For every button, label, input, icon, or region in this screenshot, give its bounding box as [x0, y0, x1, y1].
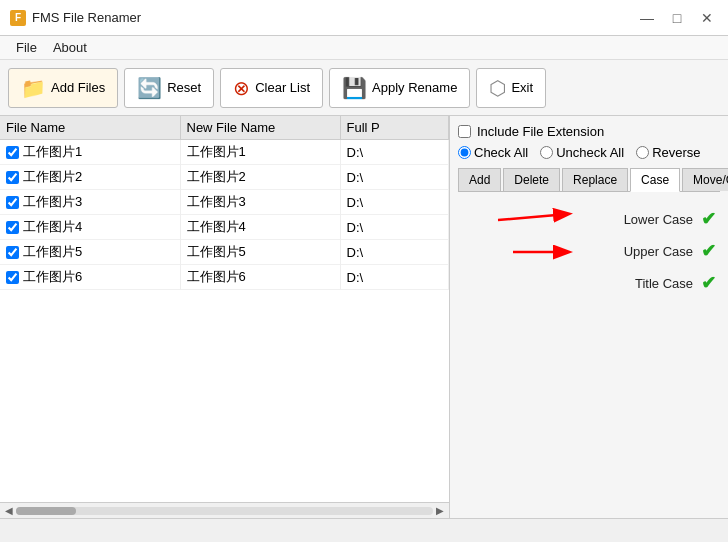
row-checkbox-1[interactable]	[6, 171, 19, 184]
scroll-right-arrow[interactable]: ▶	[433, 505, 447, 516]
maximize-button[interactable]: □	[666, 7, 688, 29]
status-bar	[0, 518, 728, 542]
cell-file-name-5: 工作图片6	[0, 265, 180, 290]
case-row-lower: Lower Case ✔	[462, 208, 716, 230]
tab-add[interactable]: Add	[458, 168, 501, 191]
upper-case-label: Upper Case	[613, 244, 693, 259]
lower-case-check-icon: ✔	[701, 208, 716, 230]
file-table: File Name New File Name Full P 工作图片1 工作图…	[0, 116, 449, 290]
scroll-left-arrow[interactable]: ◀	[2, 505, 16, 516]
add-files-label: Add Files	[51, 80, 105, 95]
menu-bar: File About	[0, 36, 728, 60]
tabs-bar: Add Delete Replace Case Move/Copy	[458, 168, 720, 192]
exit-button[interactable]: ⬡ Exit	[476, 68, 546, 108]
file-table-wrapper: File Name New File Name Full P 工作图片1 工作图…	[0, 116, 449, 502]
include-extension-label: Include File Extension	[477, 124, 604, 139]
cell-new-name-5: 工作图片6	[180, 265, 340, 290]
cell-file-name-0: 工作图片1	[0, 140, 180, 165]
scrollbar-track	[16, 507, 433, 515]
clear-list-label: Clear List	[255, 80, 310, 95]
main-area: File Name New File Name Full P 工作图片1 工作图…	[0, 116, 728, 518]
upper-case-check-icon: ✔	[701, 240, 716, 262]
file-name-text-4: 工作图片5	[23, 243, 82, 261]
col-new-file-name: New File Name	[180, 116, 340, 140]
window-controls: — □ ✕	[636, 7, 718, 29]
cell-file-name-2: 工作图片3	[0, 190, 180, 215]
minimize-button[interactable]: —	[636, 7, 658, 29]
reset-icon: 🔄	[137, 78, 162, 98]
reset-label: Reset	[167, 80, 201, 95]
table-row: 工作图片2 工作图片2 D:\	[0, 165, 449, 190]
row-checkbox-3[interactable]	[6, 221, 19, 234]
folder-icon: 📁	[21, 78, 46, 98]
reverse-radio[interactable]	[636, 146, 649, 159]
row-checkbox-4[interactable]	[6, 246, 19, 259]
app-icon: F	[10, 10, 26, 26]
cell-file-name-3: 工作图片4	[0, 215, 180, 240]
table-row: 工作图片4 工作图片4 D:\	[0, 215, 449, 240]
case-row-upper: Upper Case ✔	[462, 240, 716, 262]
toolbar: 📁 Add Files 🔄 Reset ⊗ Clear List 💾 Apply…	[0, 60, 728, 116]
menu-about[interactable]: About	[45, 38, 95, 57]
tab-replace[interactable]: Replace	[562, 168, 628, 191]
table-row: 工作图片6 工作图片6 D:\	[0, 265, 449, 290]
clear-list-button[interactable]: ⊗ Clear List	[220, 68, 323, 108]
table-header-row: File Name New File Name Full P	[0, 116, 449, 140]
exit-label: Exit	[511, 80, 533, 95]
cell-file-name-1: 工作图片2	[0, 165, 180, 190]
row-checkbox-2[interactable]	[6, 196, 19, 209]
tab-case[interactable]: Case	[630, 168, 680, 192]
file-list-area: File Name New File Name Full P 工作图片1 工作图…	[0, 116, 450, 518]
menu-file[interactable]: File	[8, 38, 45, 57]
file-name-text-2: 工作图片3	[23, 193, 82, 211]
cell-new-name-4: 工作图片5	[180, 240, 340, 265]
check-all-radio-item: Check All	[458, 145, 528, 160]
title-bar: F FMS File Renamer — □ ✕	[0, 0, 728, 36]
cell-full-path-0: D:\	[340, 140, 449, 165]
row-checkbox-0[interactable]	[6, 146, 19, 159]
file-name-text-3: 工作图片4	[23, 218, 82, 236]
cell-file-name-4: 工作图片5	[0, 240, 180, 265]
scrollbar-thumb[interactable]	[16, 507, 76, 515]
case-options-wrapper: Lower Case ✔ Upper Case ✔ Title Case ✔	[458, 200, 720, 302]
row-checkbox-5[interactable]	[6, 271, 19, 284]
close-button[interactable]: ✕	[696, 7, 718, 29]
clear-icon: ⊗	[233, 78, 250, 98]
reverse-radio-item: Reverse	[636, 145, 700, 160]
include-extension-checkbox[interactable]	[458, 125, 471, 138]
tab-delete[interactable]: Delete	[503, 168, 560, 191]
table-row: 工作图片3 工作图片3 D:\	[0, 190, 449, 215]
title-case-check-icon: ✔	[701, 272, 716, 294]
cell-full-path-3: D:\	[340, 215, 449, 240]
file-name-text-5: 工作图片6	[23, 268, 82, 286]
reverse-label: Reverse	[652, 145, 700, 160]
col-file-name: File Name	[0, 116, 180, 140]
check-all-radio[interactable]	[458, 146, 471, 159]
check-all-row: Check All Uncheck All Reverse	[458, 145, 720, 160]
app-title: FMS File Renamer	[32, 10, 636, 25]
case-options: Lower Case ✔ Upper Case ✔ Title Case ✔	[458, 200, 720, 302]
exit-icon: ⬡	[489, 78, 506, 98]
right-panel: Include File Extension Check All Uncheck…	[450, 116, 728, 518]
file-name-text-0: 工作图片1	[23, 143, 82, 161]
uncheck-all-radio[interactable]	[540, 146, 553, 159]
add-files-button[interactable]: 📁 Add Files	[8, 68, 118, 108]
uncheck-all-radio-item: Uncheck All	[540, 145, 624, 160]
apply-icon: 💾	[342, 78, 367, 98]
title-case-label: Title Case	[613, 276, 693, 291]
table-row: 工作图片5 工作图片5 D:\	[0, 240, 449, 265]
radio-group: Check All Uncheck All Reverse	[458, 145, 701, 160]
apply-rename-button[interactable]: 💾 Apply Rename	[329, 68, 470, 108]
table-row: 工作图片1 工作图片1 D:\	[0, 140, 449, 165]
uncheck-all-label: Uncheck All	[556, 145, 624, 160]
cell-new-name-1: 工作图片2	[180, 165, 340, 190]
cell-full-path-4: D:\	[340, 240, 449, 265]
apply-rename-label: Apply Rename	[372, 80, 457, 95]
horizontal-scrollbar[interactable]: ◀ ▶	[0, 502, 449, 518]
include-ext-row: Include File Extension	[458, 124, 720, 139]
reset-button[interactable]: 🔄 Reset	[124, 68, 214, 108]
cell-new-name-0: 工作图片1	[180, 140, 340, 165]
tab-move-copy[interactable]: Move/Copy	[682, 168, 728, 191]
cell-new-name-2: 工作图片3	[180, 190, 340, 215]
cell-new-name-3: 工作图片4	[180, 215, 340, 240]
